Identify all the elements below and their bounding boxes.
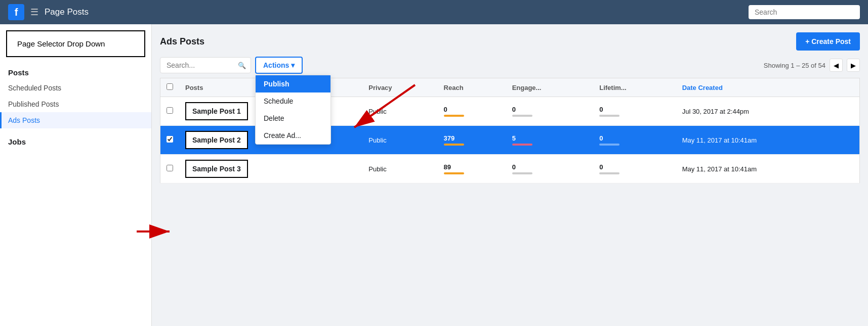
row2-reach: 379 <box>438 126 506 155</box>
row2-privacy: Public <box>362 126 437 155</box>
row2-checkbox-cell <box>160 126 180 155</box>
row3-privacy: Public <box>362 155 437 183</box>
row2-reach-bar <box>444 144 464 146</box>
row1-lifetime-bar <box>599 115 619 117</box>
nav-search-input[interactable] <box>749 5 860 19</box>
row3-lifetime-val: 0 <box>599 163 670 171</box>
row2-post-box: Sample Post 2 <box>185 131 248 149</box>
row1-date: Jul 30, 2017 at 2:44pm <box>676 97 860 126</box>
row2-engage-bar <box>512 144 532 146</box>
pagination-text: Showing 1 – 25 of 54 <box>764 62 825 69</box>
hamburger-icon[interactable]: ☰ <box>30 7 38 18</box>
row2-date: May 11, 2017 at 10:41am <box>676 126 860 155</box>
row3-lifetime-bar <box>599 172 619 174</box>
dropdown-item-publish[interactable]: Publish <box>256 75 330 92</box>
row3-checkbox[interactable] <box>167 165 173 171</box>
th-reach: Reach <box>438 78 506 97</box>
row1-reach-val: 0 <box>444 106 500 113</box>
row3-engage-val: 0 <box>512 163 588 171</box>
row3-lifetime: 0 <box>593 155 676 183</box>
row2-lifetime-val: 0 <box>599 134 670 142</box>
page-selector-dropdown[interactable]: Page Selector Drop Down <box>6 30 145 57</box>
select-all-checkbox[interactable] <box>167 83 173 90</box>
top-nav: f ☰ Page Posts <box>0 0 868 24</box>
actions-button[interactable]: Actions ▾ <box>255 57 303 74</box>
th-privacy: Privacy <box>362 78 437 97</box>
sidebar-item-scheduled-posts[interactable]: Scheduled Posts <box>0 80 151 96</box>
posts-search-input[interactable] <box>160 57 251 73</box>
content-title: Ads Posts <box>160 36 204 47</box>
actions-dropdown-wrap: Actions ▾ Publish Schedule Delete Create… <box>255 57 303 74</box>
th-preview <box>337 78 363 97</box>
row1-preview-cell <box>337 97 363 126</box>
row3-checkbox-cell <box>160 155 180 183</box>
row3-reach-val: 89 <box>444 163 500 171</box>
row3-engage-bar <box>512 172 532 174</box>
row3-post-cell: Sample Post 3 <box>179 155 337 183</box>
sidebar: Page Selector Drop Down Posts Scheduled … <box>0 24 152 326</box>
content-header: Ads Posts + Create Post <box>160 32 860 51</box>
row1-checkbox[interactable] <box>167 107 173 114</box>
row1-reach: 0 <box>438 97 506 126</box>
sidebar-item-published-posts[interactable]: Published Posts <box>0 96 151 112</box>
row2-checkbox[interactable] <box>167 136 173 143</box>
th-engage: Engage... <box>506 78 594 97</box>
row2-lifetime: 0 <box>593 126 676 155</box>
main-layout: Page Selector Drop Down Posts Scheduled … <box>0 24 868 326</box>
pagination-info: Showing 1 – 25 of 54 ◀ ▶ <box>764 59 860 72</box>
row1-engage: 0 <box>506 97 594 126</box>
dropdown-item-schedule[interactable]: Schedule <box>256 92 330 110</box>
create-post-button[interactable]: + Create Post <box>796 32 860 51</box>
table-row: Sample Post 3 Public 89 0 0 <box>160 155 860 183</box>
facebook-logo: f <box>8 4 24 20</box>
row2-reach-val: 379 <box>444 134 500 142</box>
row3-engage: 0 <box>506 155 594 183</box>
search-wrap: 🔍 <box>160 57 251 73</box>
row3-reach-bar <box>444 172 464 174</box>
row1-lifetime: 0 <box>593 97 676 126</box>
dropdown-item-create-ad[interactable]: Create Ad... <box>256 127 330 144</box>
row1-privacy: Public <box>362 97 437 126</box>
row2-engage-val: 5 <box>512 134 588 142</box>
row3-date: May 11, 2017 at 10:41am <box>676 155 860 183</box>
sidebar-item-ads-posts[interactable]: Ads Posts <box>0 112 151 128</box>
row2-preview-cell <box>337 126 363 155</box>
actions-dropdown-menu: Publish Schedule Delete Create Ad... <box>255 75 331 145</box>
row3-preview-cell <box>337 155 363 183</box>
th-lifetime: Lifetim... <box>593 78 676 97</box>
search-icon: 🔍 <box>238 62 246 69</box>
row1-reach-bar <box>444 115 464 117</box>
row1-engage-bar <box>512 115 532 117</box>
row1-post-box: Sample Post 1 <box>185 102 248 120</box>
main-content: Ads Posts + Create Post 🔍 Actions ▾ Publ… <box>152 24 868 326</box>
row1-lifetime-val: 0 <box>599 106 670 113</box>
row1-engage-val: 0 <box>512 106 588 113</box>
toolbar: 🔍 Actions ▾ Publish Schedule Delete Crea… <box>160 57 860 74</box>
dropdown-item-delete[interactable]: Delete <box>256 110 330 127</box>
next-page-button[interactable]: ▶ <box>847 59 860 72</box>
row2-lifetime-bar <box>599 144 619 146</box>
row3-post-box: Sample Post 3 <box>185 160 248 178</box>
sidebar-section-jobs: Jobs <box>0 132 151 149</box>
th-checkbox <box>160 78 180 97</box>
th-date-created: Date Created <box>676 78 860 97</box>
row1-checkbox-cell <box>160 97 180 126</box>
nav-title: Page Posts <box>45 7 89 17</box>
row3-reach: 89 <box>438 155 506 183</box>
sidebar-section-posts: Posts <box>0 63 151 80</box>
prev-page-button[interactable]: ◀ <box>830 59 843 72</box>
row2-engage: 5 <box>506 126 594 155</box>
